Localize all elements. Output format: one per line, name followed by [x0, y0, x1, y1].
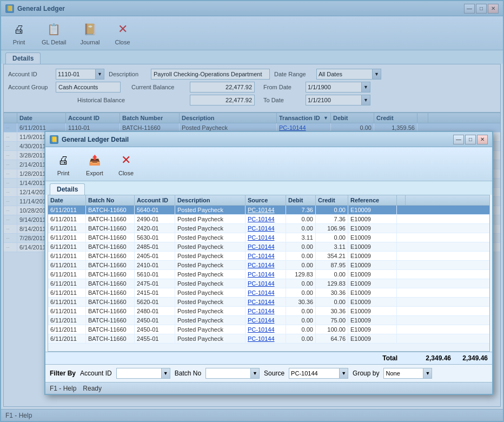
filter-group-by-input[interactable] [384, 368, 423, 378]
modal-row-accountid: 2405-01 [135, 252, 175, 260]
modal-row-date: 6/11/2011 [48, 261, 86, 269]
modal-header-description[interactable]: Description [175, 195, 246, 205]
modal-row-accountid: 5610-01 [135, 270, 175, 279]
modal-row-date: 6/11/2011 [48, 307, 86, 315]
modal-table-row[interactable]: 6/11/2011 BATCH-11660 2450-01 Posted Pay… [48, 316, 489, 325]
modal-row-debit: 0.00 [286, 316, 316, 325]
modal-row-source[interactable]: PC-10144 [246, 288, 286, 297]
modal-row-credit: 0.00 [316, 270, 348, 279]
modal-row-credit: 30.36 [316, 288, 348, 297]
filter-batch-no-arrow[interactable]: ▼ [250, 368, 259, 378]
filter-source-arrow[interactable]: ▼ [339, 368, 348, 378]
total-debit: 2,349.46 [421, 354, 451, 362]
modal-table-row[interactable]: 6/11/2011 BATCH-11660 2490-01 Posted Pay… [48, 215, 489, 224]
modal-header-batchno[interactable]: Batch No [86, 195, 135, 205]
modal-header-accountid[interactable]: Account ID [135, 195, 175, 205]
modal-row-source[interactable]: PC-10144 [246, 215, 286, 223]
modal-grid-header: Date Batch No Account ID Description Sou… [48, 195, 489, 206]
modal-row-date: 6/11/2011 [48, 298, 86, 306]
modal-window: 📒 General Ledger Detail — □ ✕ 🖨 Print 📤 … [44, 131, 493, 395]
modal-row-source[interactable]: PC-10144 [246, 270, 286, 279]
filter-group-by-field[interactable]: ▼ [383, 368, 432, 379]
modal-header-source[interactable]: Source [246, 195, 286, 205]
modal-status-text: Ready [83, 385, 102, 392]
filter-account-id-field[interactable]: ▼ [116, 368, 170, 379]
filter-label: Filter By [50, 370, 76, 377]
modal-row-description: Posted Paycheck [175, 252, 246, 260]
modal-table-row[interactable]: 6/11/2011 BATCH-11660 2405-01 Posted Pay… [48, 252, 489, 261]
modal-row-debit: 0.00 [286, 224, 316, 233]
filter-account-id-arrow[interactable]: ▼ [161, 368, 170, 378]
modal-table-row[interactable]: 6/11/2011 BATCH-11660 2475-01 Posted Pay… [48, 279, 489, 288]
modal-maximize-button[interactable]: □ [465, 135, 476, 144]
modal-header-credit[interactable]: Credit [316, 195, 348, 205]
modal-row-source[interactable]: PC-10144 [246, 279, 286, 288]
modal-table-row[interactable]: 6/11/2011 BATCH-11660 2450-01 Posted Pay… [48, 325, 489, 334]
modal-table-row[interactable]: 6/11/2011 BATCH-11660 2485-01 Posted Pay… [48, 242, 489, 252]
modal-row-credit: 0.00 [316, 206, 348, 214]
modal-help-key: F1 - Help [50, 385, 76, 392]
modal-row-date: 6/11/2011 [48, 206, 86, 214]
modal-row-date: 6/11/2011 [48, 325, 86, 334]
modal-row-description: Posted Paycheck [175, 215, 246, 223]
modal-row-source[interactable]: PC-10144 [246, 261, 286, 269]
modal-row-description: Posted Paycheck [175, 316, 246, 325]
modal-row-batchno: BATCH-11660 [86, 242, 135, 251]
account-id-filter-label: Account ID [80, 370, 112, 377]
modal-row-description: Posted Paycheck [175, 270, 246, 279]
modal-header-reference[interactable]: Reference [348, 195, 397, 205]
modal-row-credit: 87.95 [316, 261, 348, 269]
modal-row-debit: 0.00 [286, 215, 316, 223]
modal-header-date[interactable]: Date [48, 195, 86, 205]
filter-batch-no-input[interactable] [206, 368, 250, 378]
modal-print-button[interactable]: 🖨 Print [50, 149, 77, 179]
modal-row-source[interactable]: PC-10144 [246, 224, 286, 233]
modal-close-toolbar-button[interactable]: ✕ Close [112, 149, 140, 179]
modal-row-source[interactable]: PC-10144 [246, 325, 286, 334]
modal-table-row[interactable]: 6/11/2011 BATCH-11660 2420-01 Posted Pay… [48, 224, 489, 233]
modal-table-row[interactable]: 6/11/2011 BATCH-11660 2410-01 Posted Pay… [48, 261, 489, 270]
filter-source-field[interactable]: ▼ [289, 368, 348, 379]
modal-table-row[interactable]: 6/11/2011 BATCH-11660 2480-01 Posted Pay… [48, 307, 489, 316]
modal-row-description: Posted Paycheck [175, 261, 246, 269]
modal-header-scroll [397, 195, 406, 205]
modal-row-batchno: BATCH-11660 [86, 316, 135, 325]
modal-row-accountid: 2415-01 [135, 288, 175, 297]
filter-account-id-input[interactable] [117, 368, 161, 378]
filter-group-by-arrow[interactable]: ▼ [423, 368, 432, 378]
modal-row-source[interactable]: PC-10144 [246, 242, 286, 251]
modal-table-row[interactable]: 6/11/2011 BATCH-11660 5610-01 Posted Pay… [48, 270, 489, 279]
filter-source-input[interactable] [289, 368, 339, 378]
modal-table-row[interactable]: 6/11/2011 BATCH-11660 5640-01 Posted Pay… [48, 206, 489, 215]
modal-row-date: 6/11/2011 [48, 242, 86, 251]
modal-row-source[interactable]: PC-10144 [246, 252, 286, 260]
modal-row-source[interactable]: PC-10144 [246, 334, 286, 343]
modal-row-credit: 0.00 [316, 233, 348, 242]
modal-row-description: Posted Paycheck [175, 325, 246, 334]
modal-table-row[interactable]: 6/11/2011 BATCH-11660 2415-01 Posted Pay… [48, 288, 489, 298]
modal-header-debit[interactable]: Debit [286, 195, 316, 205]
modal-table-row[interactable]: 6/11/2011 BATCH-11660 5630-01 Posted Pay… [48, 233, 489, 242]
modal-row-source[interactable]: PC-10144 [246, 298, 286, 306]
modal-export-button[interactable]: 📤 Export [81, 149, 108, 179]
filter-batch-no-field[interactable]: ▼ [205, 368, 260, 379]
modal-row-source[interactable]: PC-10144 [246, 206, 286, 214]
modal-row-description: Posted Paycheck [175, 288, 246, 297]
modal-details-tab[interactable]: Details [50, 183, 85, 195]
modal-row-credit: 106.96 [316, 224, 348, 233]
modal-row-source[interactable]: PC-10144 [246, 307, 286, 315]
modal-minimize-button[interactable]: — [453, 135, 464, 144]
modal-row-accountid: 5630-01 [135, 233, 175, 242]
modal-grid-body[interactable]: Date Batch No Account ID Description Sou… [48, 195, 490, 352]
modal-close-x-button[interactable]: ✕ [477, 135, 488, 144]
modal-row-reference: E10009 [348, 279, 397, 288]
modal-title-bar: 📒 General Ledger Detail — □ ✕ [45, 132, 492, 147]
modal-row-reference: E10009 [348, 242, 397, 251]
modal-app-icon: 📒 [50, 135, 58, 144]
modal-row-source[interactable]: PC-10144 [246, 316, 286, 325]
modal-table-row[interactable]: 6/11/2011 BATCH-11660 5620-01 Posted Pay… [48, 298, 489, 307]
modal-row-source[interactable]: PC-10144 [246, 233, 286, 242]
modal-row-reference: E10009 [348, 224, 397, 233]
modal-table-row[interactable]: 6/11/2011 BATCH-11660 2455-01 Posted Pay… [48, 334, 489, 344]
modal-row-batchno: BATCH-11660 [86, 334, 135, 343]
